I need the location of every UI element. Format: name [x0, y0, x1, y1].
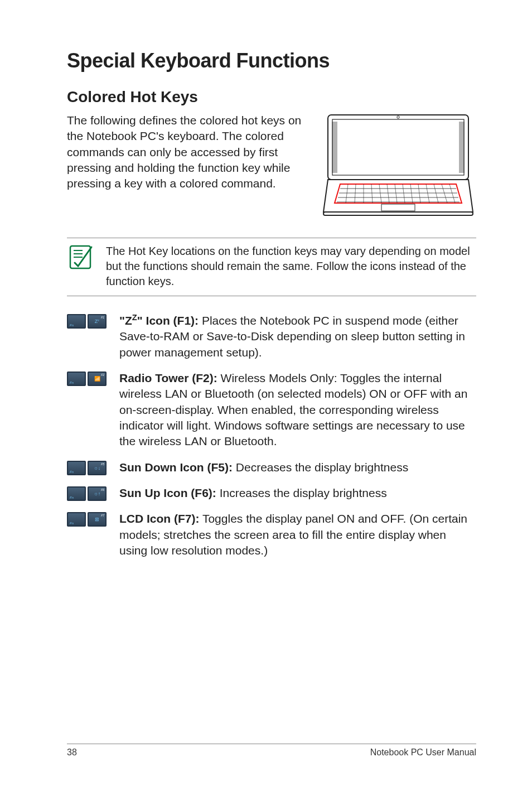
hotkey-desc-f1: "ZZ" Icon (F1): Places the Notebook PC i… [119, 313, 476, 360]
page-footer: 38 Notebook PC User Manual [67, 744, 476, 758]
fn-key-icon: Fn [67, 486, 86, 501]
hotkey-row-f7: Fn F7⊠ LCD Icon (F7): Toggles the displa… [67, 511, 476, 558]
f1-key-icon: F1Zᶻ [88, 314, 107, 329]
f7-key-icon: F7⊠ [88, 512, 107, 527]
hotkey-row-f5: Fn F5☼↓ Sun Down Icon (F5): Decreases th… [67, 460, 476, 475]
key-icons-f5: Fn F5☼↓ [67, 461, 109, 475]
svg-line-21 [371, 184, 373, 203]
intro-row: The following defines the colored hot ke… [67, 113, 476, 219]
svg-point-2 [397, 116, 399, 118]
svg-line-23 [387, 184, 389, 203]
note-icon [67, 244, 94, 273]
hotkey-row-f2: Fn F2📶 Radio Tower (F2): Wireless Models… [67, 370, 476, 450]
hk-f5-bold: Sun Down Icon (F5): [119, 461, 233, 474]
manual-title: Notebook PC User Manual [370, 747, 476, 758]
hotkey-desc-f5: Sun Down Icon (F5): Decreases the displa… [119, 460, 476, 475]
key-icons-f2: Fn F2📶 [67, 372, 109, 386]
svg-rect-0 [328, 115, 468, 180]
svg-line-19 [355, 184, 356, 203]
fn-key-icon: Fn [67, 461, 86, 475]
page-number: 38 [67, 747, 77, 758]
hk-f7-bold: LCD Icon (F7): [119, 512, 199, 525]
svg-rect-3 [323, 212, 473, 215]
hotkey-row-f6: Fn F6☼↑ Sun Up Icon (F6): Increases the … [67, 485, 476, 501]
svg-line-25 [403, 184, 405, 203]
hotkey-desc-f7: LCD Icon (F7): Toggles the display panel… [119, 511, 476, 558]
svg-line-31 [449, 184, 455, 203]
fn-key-icon: Fn [67, 372, 86, 386]
f6-key-icon: F6☼↑ [88, 486, 107, 501]
fn-key-icon: Fn [67, 512, 86, 527]
note-text: The Hot Key locations on the function ke… [106, 244, 476, 289]
intro-text: The following defines the colored hot ke… [67, 113, 307, 219]
key-icons-f6: Fn F6☼↑ [67, 486, 109, 501]
laptop-diagram-icon [320, 113, 476, 219]
hk-f1-sup: Z [132, 313, 137, 322]
svg-line-18 [346, 184, 348, 203]
svg-line-29 [434, 184, 438, 203]
section-title: Colored Hot Keys [67, 88, 476, 106]
hk-f2-bold: Radio Tower (F2): [119, 372, 217, 384]
key-icons-f1: Fn F1Zᶻ [67, 314, 109, 329]
hk-f5-text: Decreases the display brightness [233, 461, 408, 474]
hk-f1-bold1: "Z [119, 314, 132, 327]
svg-line-22 [379, 184, 381, 203]
note-block: The Hot Key locations on the function ke… [67, 238, 476, 296]
hotkey-row-f1: Fn F1Zᶻ "ZZ" Icon (F1): Places the Noteb… [67, 313, 476, 360]
hk-f6-text: Increases the display brightness [216, 486, 387, 499]
hotkey-desc-f6: Sun Up Icon (F6): Increases the display … [119, 485, 476, 501]
svg-line-30 [442, 184, 447, 203]
svg-line-24 [395, 184, 397, 203]
hotkey-desc-f2: Radio Tower (F2): Wireless Models Only: … [119, 370, 476, 450]
svg-line-26 [410, 184, 413, 203]
f2-key-icon: F2📶 [88, 372, 107, 386]
svg-rect-1 [332, 119, 464, 175]
hk-f1-bold2: " Icon (F1): [137, 314, 199, 327]
svg-rect-32 [381, 204, 415, 211]
hk-f6-bold: Sun Up Icon (F6): [119, 486, 216, 499]
fn-key-icon: Fn [67, 314, 86, 329]
svg-line-27 [418, 184, 420, 203]
svg-line-28 [426, 184, 429, 203]
key-icons-f7: Fn F7⊠ [67, 512, 109, 527]
page-title: Special Keyboard Functions [67, 49, 476, 73]
f5-key-icon: F5☼↓ [88, 461, 107, 475]
